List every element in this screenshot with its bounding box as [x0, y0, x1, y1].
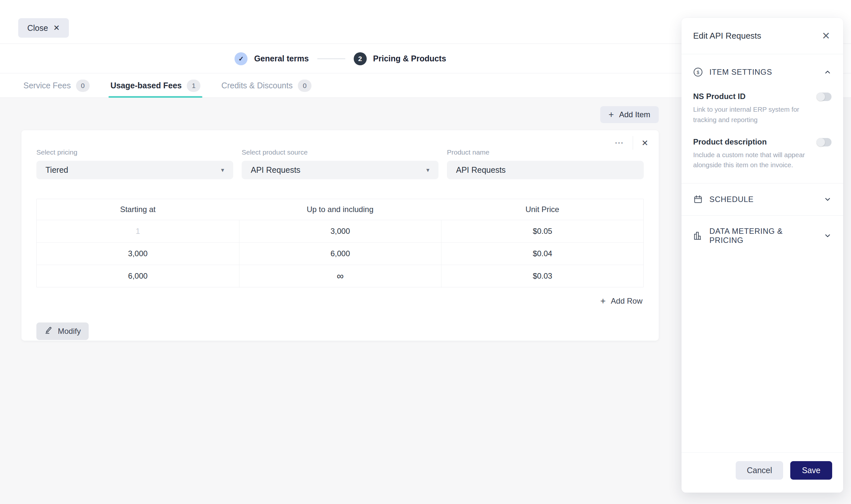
- modify-button[interactable]: Modify: [36, 322, 89, 340]
- cancel-button[interactable]: Cancel: [736, 461, 783, 480]
- step-done-check-icon: ✓: [235, 52, 248, 65]
- table-row: 3,000 6,000 $0.04: [37, 242, 644, 265]
- table-header-row: Starting at Up to and including Unit Pri…: [37, 199, 644, 220]
- step-connector: [317, 58, 345, 59]
- tab-service-fees-count: 0: [76, 79, 90, 92]
- card-actions: ⋯ ✕: [613, 136, 650, 150]
- tier-start-cell[interactable]: 1: [37, 220, 239, 242]
- chevron-up-icon: [824, 68, 832, 76]
- setting-ns-product-id-description: Link to your internal ERP system for tra…: [693, 104, 808, 125]
- add-row-label: Add Row: [611, 296, 642, 306]
- pricing-field: Select pricing Tiered ▾: [36, 148, 233, 179]
- product-name-input-value: API Requests: [456, 165, 506, 175]
- tier-start-cell[interactable]: 6,000: [37, 265, 239, 287]
- table-row: 1 3,000 $0.05: [37, 220, 644, 242]
- setting-ns-product-id-texts: NS Product ID Link to your internal ERP …: [693, 92, 808, 125]
- setting-ns-product-id-title: NS Product ID: [693, 92, 808, 101]
- add-row-button[interactable]: + Add Row: [599, 294, 644, 308]
- product-description-toggle[interactable]: [817, 138, 832, 146]
- panel-header: Edit API Requests ✕: [682, 18, 843, 54]
- tab-service-fees-label: Service Fees: [23, 81, 71, 90]
- ns-product-id-toggle[interactable]: [817, 93, 832, 101]
- tab-service-fees[interactable]: Service Fees 0: [21, 74, 92, 97]
- tab-credits-discounts-label: Credits & Discounts: [221, 81, 293, 90]
- section-schedule-header[interactable]: SCHEDULE: [693, 183, 832, 215]
- product-source-select[interactable]: API Requests ▾: [242, 161, 438, 179]
- panel-body: $ ITEM SETTINGS NS Product ID Link to yo…: [682, 54, 843, 256]
- column-header-up-to: Up to and including: [239, 199, 441, 220]
- tier-price-cell[interactable]: $0.03: [441, 265, 644, 287]
- remove-item-button[interactable]: ✕: [639, 137, 650, 149]
- tier-upto-infinity-cell[interactable]: ∞: [239, 265, 441, 287]
- item-config-fields: Select pricing Tiered ▾ Select product s…: [36, 130, 644, 179]
- panel-title: Edit API Requests: [693, 31, 761, 41]
- calendar-icon: [693, 195, 703, 204]
- stepper: ✓ General terms 2 Pricing & Products: [0, 44, 681, 73]
- ellipsis-icon: ⋯: [615, 138, 624, 148]
- bar-chart-icon: [693, 231, 703, 241]
- add-item-label: Add Item: [619, 110, 650, 119]
- column-header-starting-at: Starting at: [37, 199, 239, 220]
- svg-text:$: $: [697, 70, 699, 75]
- save-button[interactable]: Save: [790, 461, 832, 480]
- tier-price-cell[interactable]: $0.05: [441, 220, 644, 242]
- close-icon: ✕: [53, 23, 60, 33]
- dollar-circle-icon: $: [693, 67, 703, 77]
- tab-usage-based-fees-count: 1: [187, 79, 200, 92]
- chevron-down-icon: [824, 232, 832, 240]
- step-general-terms-label: General terms: [254, 54, 309, 63]
- usage-fee-item-card: ⋯ ✕ Select pricing Tiered ▾ Select produ…: [21, 130, 659, 341]
- tier-upto-cell[interactable]: 3,000: [239, 220, 441, 242]
- section-schedule-title: SCHEDULE: [709, 195, 754, 204]
- tier-upto-cell[interactable]: 6,000: [239, 242, 441, 265]
- plus-icon: +: [600, 296, 605, 306]
- product-name-field: Product name API Requests: [447, 148, 644, 179]
- setting-ns-product-id: NS Product ID Link to your internal ERP …: [693, 92, 832, 125]
- step-pricing-products-label: Pricing & Products: [373, 54, 446, 63]
- product-source-field-label: Select product source: [242, 148, 438, 156]
- panel-close-button[interactable]: ✕: [820, 30, 832, 42]
- table-body: 1 3,000 $0.05 3,000 6,000 $0.04 6,000 ∞ …: [37, 220, 644, 287]
- add-row-line: + Add Row: [36, 294, 644, 308]
- panel-footer: Cancel Save: [682, 452, 843, 493]
- tab-credits-discounts-count: 0: [298, 79, 311, 92]
- setting-product-description-texts: Product description Include a custom not…: [693, 137, 808, 170]
- chevron-down-icon: ▾: [221, 166, 224, 174]
- setting-product-description: Product description Include a custom not…: [693, 137, 832, 170]
- tab-usage-based-fees[interactable]: Usage-based Fees 1: [108, 74, 203, 97]
- product-source-field: Select product source API Requests ▾: [242, 148, 438, 179]
- step-pricing-products[interactable]: 2 Pricing & Products: [354, 52, 446, 65]
- close-workflow-button[interactable]: Close ✕: [18, 18, 69, 38]
- modify-label: Modify: [58, 327, 81, 336]
- plus-icon: +: [609, 110, 614, 119]
- tier-pricing-table: Starting at Up to and including Unit Pri…: [36, 199, 644, 287]
- product-name-input[interactable]: API Requests: [447, 161, 644, 179]
- close-icon: ✕: [641, 138, 648, 147]
- add-item-button[interactable]: + Add Item: [600, 106, 659, 123]
- tab-credits-discounts[interactable]: Credits & Discounts 0: [219, 74, 313, 97]
- tier-start-cell[interactable]: 3,000: [37, 242, 239, 265]
- chevron-down-icon: [824, 196, 832, 203]
- pricing-field-label: Select pricing: [36, 148, 233, 156]
- setting-product-description-title: Product description: [693, 137, 808, 146]
- pricing-select-value: Tiered: [46, 165, 68, 175]
- pricing-select[interactable]: Tiered ▾: [36, 161, 233, 179]
- card-actions-divider: [633, 136, 633, 150]
- close-icon: ✕: [822, 30, 830, 41]
- step-general-terms[interactable]: ✓ General terms: [235, 52, 309, 65]
- section-data-metering-header[interactable]: DATA METERING & PRICING: [693, 216, 832, 256]
- column-header-unit-price: Unit Price: [441, 199, 644, 220]
- step-number-badge: 2: [354, 52, 367, 65]
- pencil-icon: [44, 326, 53, 337]
- item-menu-button[interactable]: ⋯: [613, 137, 626, 149]
- section-data-metering-title: DATA METERING & PRICING: [709, 227, 817, 245]
- section-item-settings-title: ITEM SETTINGS: [709, 68, 772, 77]
- close-button-label: Close: [27, 23, 48, 33]
- section-item-settings-header[interactable]: $ ITEM SETTINGS: [693, 54, 832, 79]
- setting-product-description-description: Include a custom note that will appear a…: [693, 150, 808, 170]
- chevron-down-icon: ▾: [426, 166, 429, 174]
- tier-price-cell[interactable]: $0.04: [441, 242, 644, 265]
- edit-item-panel: Edit API Requests ✕ $ ITEM SETTINGS NS: [682, 18, 843, 493]
- product-source-select-value: API Requests: [251, 165, 301, 175]
- tab-usage-based-fees-label: Usage-based Fees: [110, 81, 182, 90]
